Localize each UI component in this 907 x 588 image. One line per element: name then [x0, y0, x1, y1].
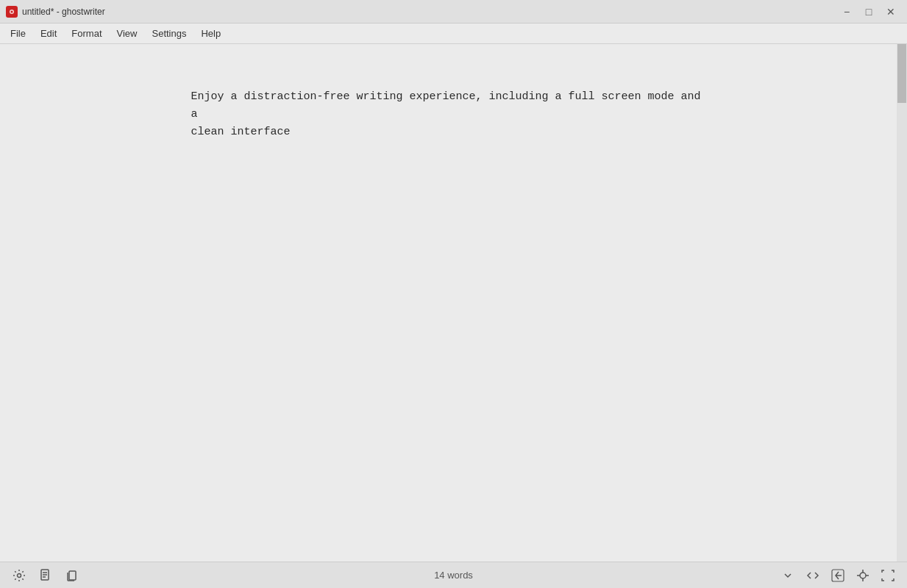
menu-bar: File Edit Format View Settings Help: [0, 24, 907, 44]
location-icon[interactable]: [853, 565, 873, 586]
copy-icon[interactable]: [62, 565, 82, 586]
title-bar-left: untitled* - ghostwriter: [6, 6, 105, 18]
svg-point-3: [18, 573, 21, 577]
code-icon[interactable]: [803, 565, 823, 586]
fullscreen-icon[interactable]: [878, 565, 898, 586]
editor-content: Enjoy a distraction-free writing experie…: [162, 88, 736, 532]
close-button[interactable]: ✕: [881, 1, 901, 22]
dropdown-icon[interactable]: [778, 565, 798, 586]
minimize-button[interactable]: −: [836, 1, 857, 22]
status-left: [9, 565, 82, 586]
status-right: [778, 565, 898, 586]
scrollbar-thumb[interactable]: [897, 44, 906, 103]
menu-edit[interactable]: Edit: [33, 25, 64, 42]
editor-scroll[interactable]: Enjoy a distraction-free writing experie…: [0, 44, 897, 562]
word-count: 14 words: [434, 570, 473, 581]
menu-view[interactable]: View: [110, 25, 145, 42]
svg-rect-5: [69, 571, 76, 580]
editor-textarea[interactable]: Enjoy a distraction-free writing experie…: [191, 88, 706, 529]
settings-icon[interactable]: [9, 565, 29, 586]
window-title: untitled* - ghostwriter: [22, 7, 105, 17]
scrollbar-area[interactable]: [897, 44, 907, 562]
document-icon[interactable]: [35, 565, 56, 586]
status-bar: 14 words: [0, 562, 907, 588]
menu-help[interactable]: Help: [193, 25, 228, 42]
svg-point-2: [11, 10, 13, 12]
app-icon: [6, 6, 18, 18]
left-arrow-icon[interactable]: [828, 565, 848, 586]
maximize-button[interactable]: □: [858, 1, 879, 22]
title-bar-controls: − □ ✕: [836, 1, 901, 22]
svg-point-7: [860, 573, 866, 578]
menu-format[interactable]: Format: [64, 25, 109, 42]
menu-file[interactable]: File: [3, 25, 33, 42]
editor-container: Enjoy a distraction-free writing experie…: [0, 44, 907, 562]
menu-settings[interactable]: Settings: [144, 25, 193, 42]
title-bar: untitled* - ghostwriter − □ ✕: [0, 0, 907, 24]
